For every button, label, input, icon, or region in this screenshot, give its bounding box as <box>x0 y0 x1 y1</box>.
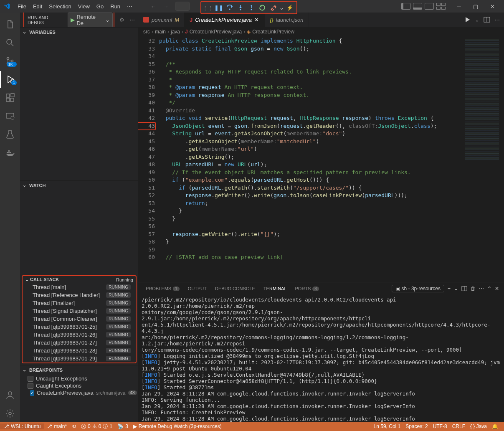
extensions-icon[interactable] <box>0 89 20 106</box>
layout-customize-icon[interactable] <box>436 3 446 10</box>
layout-panel-bottom-icon[interactable] <box>413 3 422 10</box>
menu-edit[interactable]: Edit <box>30 3 46 10</box>
panel-tab-problems[interactable]: PROBLEMS1 <box>143 284 182 293</box>
docker-icon[interactable] <box>0 145 20 161</box>
status-debug[interactable]: ▶Remote Debug Watch (3p-resources) <box>131 423 224 429</box>
more-icon[interactable]: ⋯ <box>479 286 484 292</box>
chevron-down-icon[interactable]: ⌄ <box>279 3 284 13</box>
terminal-shell[interactable]: ▣sh - 3p-resources <box>392 285 444 292</box>
status-encoding[interactable]: UTF-8 <box>431 423 450 429</box>
status-notifications[interactable]: 🔔 <box>489 423 501 429</box>
minimap[interactable] <box>462 36 504 282</box>
callstack-thread[interactable]: Thread [Common-Cleaner]RUNNING <box>23 315 136 323</box>
window-close-icon[interactable]: ✕ <box>484 0 501 13</box>
panel-tab-output[interactable]: OUTPUT <box>185 284 209 293</box>
window-minimize-icon[interactable]: ─ <box>451 0 467 13</box>
layout-sidebar-right-icon[interactable] <box>425 3 434 10</box>
checkbox-icon[interactable] <box>28 383 33 389</box>
callstack-thread[interactable]: Thread [qtp399683701-29]RUNNING <box>23 355 136 363</box>
chevron-down-icon[interactable]: ⌄ <box>475 17 479 23</box>
gear-icon[interactable]: ⚙ <box>119 17 124 23</box>
remote-explorer-icon[interactable] <box>0 108 20 124</box>
disconnect-icon[interactable] <box>268 3 278 13</box>
settings-gear-icon[interactable] <box>0 405 20 422</box>
menu-view[interactable]: View <box>75 3 93 10</box>
menu-overflow[interactable]: ⋯ <box>124 3 136 10</box>
bp-file[interactable]: ✓ CreateLinkPreview.java src/main/java 4… <box>20 389 138 396</box>
menu-selection[interactable]: Selection <box>46 3 74 10</box>
status-branch[interactable]: ⎇main* <box>44 423 69 429</box>
callstack-thread[interactable]: Thread [qtp399683701-27]RUNNING <box>23 339 136 347</box>
run-icon[interactable] <box>464 16 471 23</box>
bp-caught[interactable]: Caught Exceptions <box>20 382 138 389</box>
callstack-thread[interactable]: Thread [Finalizer]RUNNING <box>23 299 136 307</box>
status-errors[interactable]: ⓧ0 ⚠0 ⓘ1 <box>79 423 115 430</box>
panel-tab-ports[interactable]: PORTS3 <box>293 284 322 293</box>
bp-uncaught[interactable]: Uncaught Exceptions <box>20 375 138 382</box>
tab-pomxml[interactable]: pom.xmlM <box>138 13 185 27</box>
menu-go[interactable]: Go <box>93 3 107 10</box>
layout-sidebar-left-icon[interactable] <box>401 3 410 10</box>
checkbox-icon[interactable] <box>28 376 33 382</box>
callstack-thread[interactable]: Thread [Reference Handler]RUNNING <box>23 291 136 299</box>
svg-point-4 <box>7 58 9 60</box>
split-terminal-icon[interactable] <box>461 286 467 292</box>
step-out-icon[interactable] <box>246 3 256 13</box>
callstack-thread[interactable]: Thread [main]RUNNING <box>23 283 136 291</box>
pause-icon[interactable]: ❚❚ <box>214 3 224 13</box>
tab-createlinkpreview[interactable]: JCreateLinkPreview.java✕ <box>185 13 265 27</box>
menu-run[interactable]: Run <box>107 3 124 10</box>
breadcrumb[interactable]: src› main› java› JCreateLinkPreview.java… <box>138 27 504 36</box>
chevron-down-icon: ⌄ <box>23 29 28 35</box>
drag-handle-icon[interactable]: ⋮⋮ <box>203 3 213 13</box>
step-into-icon[interactable] <box>236 3 246 13</box>
split-editor-icon[interactable] <box>484 16 490 23</box>
explorer-icon[interactable] <box>0 16 20 33</box>
window-maximize-icon[interactable]: ▢ <box>467 0 484 13</box>
new-terminal-icon[interactable]: + <box>448 286 451 292</box>
more-icon[interactable]: ⋯ <box>129 17 135 23</box>
search-icon[interactable] <box>0 34 20 51</box>
status-eol[interactable]: CRLF <box>450 423 468 429</box>
status-spaces[interactable]: Spaces: 2 <box>403 423 430 429</box>
hot-reload-icon[interactable]: ⚡ <box>285 3 295 13</box>
run-config-selector[interactable]: RUN AND DEBUG ▶ Remote De ⌄ <box>23 13 114 29</box>
status-cursor[interactable]: Ln 59, Col 1 <box>371 423 403 429</box>
chevron-down-icon[interactable]: ⌄ <box>454 286 458 292</box>
restart-icon[interactable] <box>257 3 267 13</box>
terminal-output[interactable]: /pierrick/.m2/repository/io/cloudevents/… <box>138 295 504 422</box>
chevron-up-icon[interactable]: ⌃ <box>487 286 491 292</box>
accounts-icon[interactable] <box>0 387 20 403</box>
panel-tab-debugconsole[interactable]: DEBUG CONSOLE <box>213 284 258 293</box>
close-icon[interactable]: ✕ <box>495 286 499 292</box>
breakpoints-section[interactable]: ⌄BREAKPOINTS <box>20 365 138 374</box>
debug-toolbar: ⋮⋮ ❚❚ ⌄ ⚡ <box>200 1 297 14</box>
command-center[interactable] <box>175 2 190 11</box>
callstack-thread[interactable]: Thread [qtp399683701-26]RUNNING <box>23 331 136 339</box>
panel-tab-terminal[interactable]: TERMINAL <box>261 284 289 293</box>
callstack-thread[interactable]: Thread [Signal Dispatcher]RUNNING <box>23 307 136 315</box>
more-icon[interactable]: ⋯ <box>494 17 500 23</box>
nav-back-icon[interactable]: ← <box>148 1 158 11</box>
testing-icon[interactable] <box>0 126 20 143</box>
callstack-thread[interactable]: Thread [qtp399683701-28]RUNNING <box>23 347 136 355</box>
close-icon[interactable]: ✕ <box>254 17 259 23</box>
editor-tabs: pom.xmlM JCreateLinkPreview.java✕ {}laun… <box>138 13 504 27</box>
tab-launchjson[interactable]: {}launch.json <box>265 13 309 27</box>
watch-section[interactable]: ⌄WATCH <box>20 180 138 190</box>
step-over-icon[interactable] <box>225 3 235 13</box>
info-icon: ⓘ <box>103 423 108 430</box>
nav-forward-icon[interactable]: → <box>161 1 171 11</box>
run-debug-icon[interactable]: 1 <box>0 71 20 88</box>
editor[interactable]: 3233343536373839404142434445464748495051… <box>138 36 504 282</box>
trash-icon[interactable]: 🗑 <box>471 286 476 292</box>
status-radio[interactable]: 📡3 <box>115 423 131 429</box>
menu-file[interactable]: File <box>14 3 30 10</box>
variables-section[interactable]: ⌄VARIABLES <box>20 27 138 36</box>
status-sync[interactable]: ⟲ <box>69 423 79 429</box>
status-lang[interactable]: { } Java <box>468 423 489 429</box>
source-control-icon[interactable]: 1K+ <box>0 53 20 69</box>
callstack-thread[interactable]: Thread [qtp399683701-25]RUNNING <box>23 323 136 331</box>
checkbox-icon[interactable]: ✓ <box>30 390 34 396</box>
status-remote[interactable]: ⎇WSL: Ubuntu <box>0 423 44 429</box>
